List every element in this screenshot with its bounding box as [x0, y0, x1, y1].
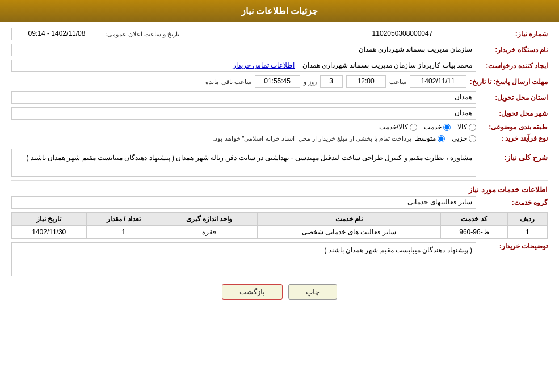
category-option-kala-khedmat: کالا/خدمت — [379, 123, 417, 131]
buyer-notes-label: توضیحات خریدار: — [480, 242, 548, 250]
category-radio-khedmat[interactable] — [443, 124, 451, 131]
category-row: طبقه بندی موضوعی: کالا خدمت کالا/خدمت — [11, 123, 548, 131]
page-header: جزئیات اطلاعات نیاز — [0, 0, 559, 22]
reply-deadline-label: مهلت ارسال پاسخ: تا تاریخ: — [470, 78, 548, 86]
city-label: شهر محل تحویل: — [480, 109, 548, 117]
category-radio-kala[interactable] — [469, 124, 476, 131]
col-header-name: نام خدمت — [258, 213, 441, 226]
purchase-radio-motawaset[interactable] — [438, 135, 445, 142]
category-label-khedmat: خدمت — [424, 123, 442, 131]
table-cell-name: سایر فعالیت های خدماتی شخصی — [258, 226, 441, 239]
services-section-label: اطلاعات خدمات مورد نیاز — [11, 186, 548, 194]
buyer-org-row: نام دستگاه خریدار: سازمان مدیریت پسماند … — [11, 44, 548, 56]
table-header-row: ردیف کد خدمت نام خدمت واحد اندازه گیری ت… — [12, 213, 548, 226]
content-area: شماره نیاز: 1102050308000047 تاریخ و ساع… — [0, 22, 559, 311]
category-label: طبقه بندی موضوعی: — [480, 123, 548, 131]
buyer-org-label: نام دستگاه خریدار: — [480, 46, 548, 54]
col-header-code: کد خدمت — [441, 213, 508, 226]
col-header-date: تاریخ نیاز — [12, 213, 87, 226]
purchase-type-row: نوع فرآیند خرید : جزیی متوسط پرداخت تمام… — [11, 134, 548, 142]
buyer-org-value: سازمان مدیریت پسماند شهرداری همدان — [11, 44, 476, 56]
need-desc-label: شرح کلی نیاز: — [480, 153, 548, 162]
table-cell-row: 1 — [507, 226, 547, 239]
purchase-type-label: نوع فرآیند خرید : — [480, 134, 548, 142]
col-header-unit: واحد اندازه گیری — [161, 213, 257, 226]
back-button[interactable]: بازگشت — [222, 284, 283, 300]
reply-days: 3 — [320, 75, 343, 88]
reply-days-label: روز و — [304, 78, 317, 86]
need-desc-value: مشاوره ، نظارت مقیم و کنترل طراحی ساخت ل… — [11, 149, 476, 177]
service-group-value: سایر فعالیتهای خدماتی — [11, 196, 476, 209]
divider-2 — [11, 180, 548, 181]
creator-value: محمد بیات کاربرداز سازمان مدیریت پسماند … — [11, 60, 476, 72]
table-cell-date: 1402/11/30 — [12, 226, 87, 239]
services-table: ردیف کد خدمت نام خدمت واحد اندازه گیری ت… — [11, 212, 548, 239]
category-radio-kala-khedmat[interactable] — [410, 124, 417, 131]
reply-time-label: ساعت — [389, 78, 406, 86]
purchase-label-jozii: جزیی — [452, 134, 467, 142]
reply-countdown: 01:55:45 — [255, 75, 300, 88]
service-group-label: گروه خدمت: — [480, 199, 548, 206]
announcement-date-value: 1402/11/08 - 09:14 — [11, 28, 102, 40]
print-button[interactable]: چاپ — [288, 284, 337, 300]
reply-date: 1402/11/11 — [410, 75, 466, 88]
reply-time: 12:00 — [346, 75, 386, 88]
buyer-notes-input[interactable] — [11, 242, 476, 276]
purchase-radio-jozii[interactable] — [469, 135, 476, 142]
purchase-type-radio-group: جزیی متوسط — [415, 134, 476, 142]
col-header-row: ردیف — [507, 213, 547, 226]
need-desc-row: شرح کلی نیاز: مشاوره ، نظارت مقیم و کنتر… — [11, 149, 548, 177]
province-label: استان محل تحویل: — [480, 94, 548, 102]
table-cell-unit: فقره — [161, 226, 257, 239]
service-group-row: گروه خدمت: سایر فعالیتهای خدماتی — [11, 196, 548, 209]
col-header-qty: تعداد / مقدار — [86, 213, 161, 226]
category-option-khedmat: خدمت — [424, 123, 451, 131]
announcement-date-label: تاریخ و ساعت اعلان عمومی: — [106, 31, 179, 38]
creator-label: ایجاد کننده درخواست: — [480, 62, 548, 70]
table-row: 1ط-96-960سایر فعالیت های خدماتی شخصیفقره… — [12, 226, 548, 239]
purchase-label-motawaset: متوسط — [415, 134, 436, 142]
category-label-kala: کالا — [457, 123, 467, 131]
category-option-kala: کالا — [457, 123, 476, 131]
city-value: همدان — [11, 107, 476, 120]
purchase-type-motawaset: متوسط — [415, 134, 445, 142]
category-label-kala-khedmat: کالا/خدمت — [379, 123, 408, 131]
buyer-notes-row: توضیحات خریدار: — [11, 242, 548, 276]
creator-row: ایجاد کننده درخواست: محمد بیات کاربرداز … — [11, 60, 548, 72]
table-cell-code: ط-96-960 — [441, 226, 508, 239]
purchase-type-jozii: جزیی — [452, 134, 476, 142]
need-number-value: 1102050308000047 — [329, 28, 476, 40]
need-number-label: شماره نیاز: — [480, 30, 548, 38]
reply-deadline-row: مهلت ارسال پاسخ: تا تاریخ: 1402/11/11 سا… — [11, 75, 548, 88]
page-wrapper: جزئیات اطلاعات نیاز شماره نیاز: 11020503… — [0, 0, 559, 392]
creator-contact-link[interactable]: اطلاعات تماس خریدار — [233, 61, 295, 69]
province-value: همدان — [11, 91, 476, 104]
city-row: شهر محل تحویل: همدان — [11, 107, 548, 120]
category-radio-group: کالا خدمت کالا/خدمت — [379, 123, 476, 131]
purchase-note: پرداخت تمام یا بخشی از مبلغ خریدار از مح… — [213, 135, 411, 142]
divider-1 — [11, 146, 548, 146]
province-row: استان محل تحویل: همدان — [11, 91, 548, 104]
table-cell-quantity: 1 — [86, 226, 161, 239]
page-title: جزئیات اطلاعات نیاز — [241, 6, 318, 16]
reply-countdown-label: ساعت باقی مانده — [205, 78, 251, 86]
buttons-row: چاپ بازگشت — [11, 284, 548, 300]
need-number-row: شماره نیاز: 1102050308000047 تاریخ و ساع… — [11, 28, 548, 40]
